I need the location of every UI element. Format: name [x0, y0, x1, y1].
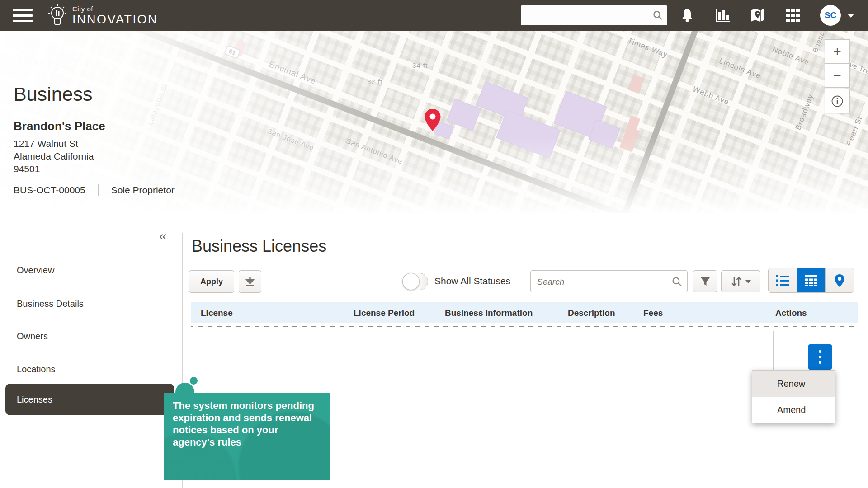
apply-button[interactable]: Apply	[189, 270, 234, 293]
actions-menu: Renew Amend	[752, 370, 835, 423]
map-info-button[interactable]	[825, 89, 850, 113]
map-elevation-label: 34 ft	[412, 61, 428, 69]
location-pin-icon[interactable]	[424, 108, 441, 134]
download-button[interactable]	[239, 270, 261, 293]
user-menu-caret-icon[interactable]	[847, 14, 854, 18]
hamburger-menu-icon[interactable]	[13, 9, 33, 22]
toggle-knob	[402, 273, 420, 290]
map-hero: Clinton Ave Encinal Ave 34 ft 32 ft San …	[0, 31, 868, 213]
sidebar-collapse-icon[interactable]: «	[159, 229, 167, 243]
show-all-statuses-toggle[interactable]	[402, 273, 428, 290]
sidebar-item-business-details[interactable]: Business Details	[17, 299, 84, 309]
reports-chart-icon[interactable]	[714, 7, 731, 23]
avatar-initials: SC	[825, 10, 836, 20]
avatar[interactable]: SC	[820, 5, 841, 26]
app-root: City of INNOVATION	[0, 0, 868, 488]
business-type: Sole Proprietor	[111, 185, 175, 196]
topbar: City of INNOVATION	[0, 0, 868, 31]
menu-item-amend[interactable]: Amend	[752, 397, 835, 423]
notifications-bell-icon[interactable]	[679, 7, 695, 23]
license-search-input[interactable]	[536, 271, 669, 293]
map-explorer-icon[interactable]	[750, 7, 766, 23]
show-all-statuses-label: Show All Statuses	[434, 276, 510, 286]
map-view-button[interactable]	[825, 268, 854, 292]
table-header: License License Period Business Informat…	[191, 302, 858, 323]
map-zoom-in-button[interactable]: +	[825, 39, 850, 64]
lightbulb-logo-icon	[47, 3, 68, 28]
sidebar-item-licenses[interactable]: Licenses	[5, 384, 174, 415]
search-icon[interactable]	[652, 10, 663, 23]
global-search-input[interactable]	[525, 5, 649, 26]
col-business-information: Business Information	[445, 308, 533, 318]
menu-item-renew[interactable]: Renew	[752, 371, 835, 397]
map-zoom-out-button[interactable]: −	[825, 63, 850, 88]
logo-city-of: City of	[72, 5, 158, 12]
col-description: Description	[568, 308, 615, 318]
business-id-row: BUS-OCT-00005 Sole Proprietor	[14, 184, 175, 196]
apps-grid-icon[interactable]	[785, 7, 801, 23]
search-icon[interactable]	[671, 276, 683, 289]
global-search	[521, 5, 667, 25]
address-zip: 94501	[14, 163, 94, 175]
business-name: Brandon's Place	[14, 119, 105, 133]
view-switcher	[768, 268, 854, 293]
row-actions-kebab-button[interactable]	[808, 344, 832, 370]
col-actions: Actions	[775, 308, 807, 318]
address-line1: 1217 Walnut St	[14, 137, 94, 150]
license-search	[530, 270, 688, 292]
logo-innovation: INNOVATION	[72, 14, 158, 26]
col-license-period: License Period	[354, 308, 415, 318]
page-title: Business	[14, 83, 92, 105]
col-fees: Fees	[643, 308, 663, 318]
sidebar-item-locations[interactable]: Locations	[17, 364, 56, 375]
sort-button[interactable]	[721, 270, 760, 292]
city-logo: City of INNOVATION	[47, 3, 158, 28]
sidebar-item-owners[interactable]: Owners	[17, 331, 48, 342]
list-view-button[interactable]	[769, 268, 797, 292]
sidebar-item-overview[interactable]: Overview	[17, 265, 54, 276]
tooltip-anchor-dot	[190, 377, 198, 385]
map-controls: + −	[825, 40, 849, 113]
section-title: Business Licenses	[192, 237, 326, 256]
grid-view-button[interactable]	[797, 268, 825, 292]
map-elevation-label: 32 ft	[367, 78, 382, 85]
content: « Overview Business Details Owners Locat…	[0, 213, 868, 488]
sidebar-item-label: Licenses	[17, 394, 52, 405]
renewal-tooltip: The system monitors pending expiration a…	[164, 393, 330, 480]
business-record-id: BUS-OCT-00005	[14, 185, 85, 196]
col-license: License	[201, 308, 233, 318]
filter-button[interactable]	[693, 270, 717, 292]
address-line2: Alameda California	[14, 150, 94, 163]
business-address: 1217 Walnut St Alameda California 94501	[14, 137, 94, 175]
divider	[98, 184, 99, 196]
